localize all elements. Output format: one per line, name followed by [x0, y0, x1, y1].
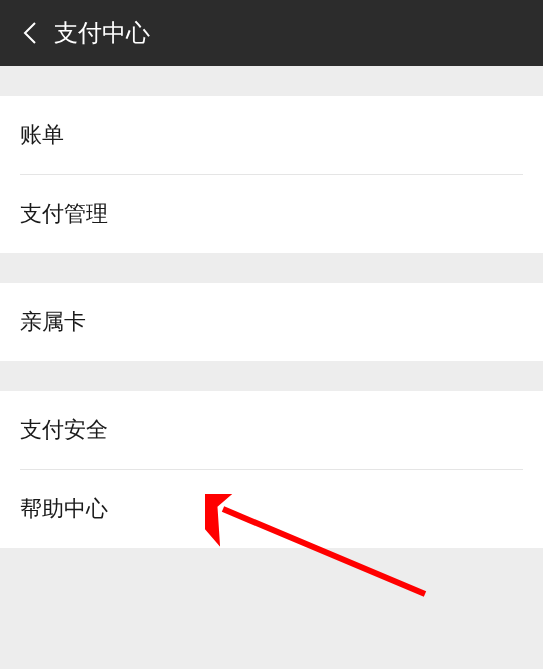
- back-icon[interactable]: [14, 17, 46, 49]
- list-item-help-center[interactable]: 帮助中心: [0, 470, 543, 548]
- list-item-label: 账单: [20, 120, 64, 150]
- section-gap: [0, 361, 543, 391]
- list-item-family-card[interactable]: 亲属卡: [0, 283, 543, 361]
- group-security: 支付安全 帮助中心: [0, 391, 543, 548]
- section-gap: [0, 66, 543, 96]
- group-billing: 账单 支付管理: [0, 96, 543, 253]
- group-family: 亲属卡: [0, 283, 543, 361]
- list-item-pay-security[interactable]: 支付安全: [0, 391, 543, 469]
- list-item-bill[interactable]: 账单: [0, 96, 543, 174]
- list-item-label: 支付管理: [20, 199, 108, 229]
- list-item-label: 帮助中心: [20, 494, 108, 524]
- page-title: 支付中心: [54, 17, 150, 49]
- header: 支付中心: [0, 0, 543, 66]
- section-gap: [0, 253, 543, 283]
- list-item-pay-management[interactable]: 支付管理: [0, 175, 543, 253]
- list-item-label: 支付安全: [20, 415, 108, 445]
- list-item-label: 亲属卡: [20, 307, 86, 337]
